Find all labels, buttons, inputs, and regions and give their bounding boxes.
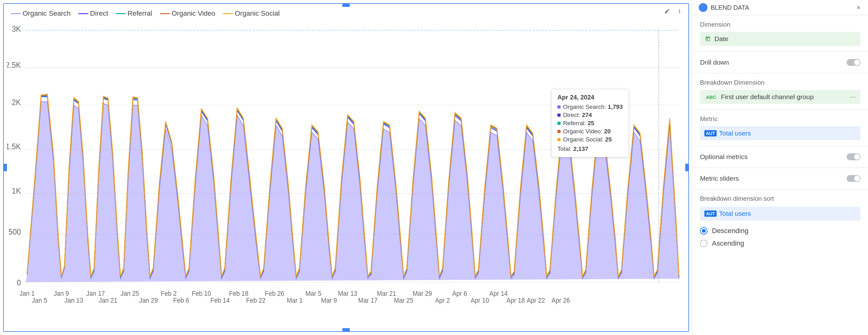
abc-badge: ABC — [704, 94, 718, 100]
legend-item-direct[interactable]: Direct — [78, 9, 108, 18]
blend-chip[interactable]: BLEND DATA — [699, 3, 855, 12]
breakdown-sort-label: Breakdown dimension sort — [700, 195, 861, 202]
svg-text:Mar 1: Mar 1 — [287, 296, 303, 304]
resize-handle-right[interactable] — [685, 164, 688, 171]
svg-text:3K: 3K — [12, 24, 21, 33]
more-vert-icon[interactable] — [675, 6, 685, 16]
svg-text:Jan 9: Jan 9 — [54, 290, 69, 297]
chart-svg-area[interactable]: 3K 2.5K 2K 1.5K 1K 500 0 — [7, 20, 685, 316]
svg-text:Mar 13: Mar 13 — [338, 290, 358, 297]
svg-text:Apr 22: Apr 22 — [527, 296, 545, 304]
legend-item-organic-search[interactable]: Organic Search — [11, 9, 71, 18]
tooltip-row-organic-search: Organic Search: 1,793 — [557, 103, 623, 110]
ascending-radio-circle[interactable] — [700, 240, 708, 247]
sort-radio-group: Descending Ascending — [700, 226, 861, 249]
svg-text:Apr 26: Apr 26 — [552, 296, 570, 304]
svg-text:Jan 17: Jan 17 — [86, 290, 105, 297]
svg-text:Jan 29: Jan 29 — [139, 296, 158, 304]
drill-down-label: Drill down — [700, 59, 729, 66]
tooltip-label-organic-search: Organic Search: 1,793 — [563, 103, 623, 110]
legend-label-organic-search: Organic Search — [23, 9, 71, 18]
svg-text:500: 500 — [8, 227, 21, 236]
svg-text:Apr 6: Apr 6 — [452, 290, 467, 297]
metric-sliders-section: Metric sliders — [692, 168, 868, 190]
svg-text:Feb 18: Feb 18 — [229, 290, 248, 297]
dimension-value: Date — [714, 35, 728, 43]
drill-down-section: Drill down — [692, 52, 868, 73]
drill-down-toggle-row: Drill down — [700, 57, 861, 67]
legend-item-organic-social[interactable]: Organic Social — [223, 9, 280, 18]
breakdown-more-icon[interactable]: ⋯ — [850, 93, 856, 101]
optional-metrics-toggle-row: Optional metrics — [700, 152, 861, 162]
metric-label: Metric — [700, 115, 861, 123]
svg-text:Jan 25: Jan 25 — [121, 290, 139, 297]
svg-text:Feb 10: Feb 10 — [192, 290, 211, 297]
tooltip-total: Total: 2,137 — [557, 145, 623, 153]
legend-label-organic-video: Organic Video — [172, 9, 215, 18]
svg-text:Feb 22: Feb 22 — [246, 296, 266, 304]
metric-sliders-toggle[interactable] — [847, 175, 861, 182]
ascending-label: Ascending — [712, 239, 744, 247]
svg-text:Mar 25: Mar 25 — [394, 296, 413, 304]
breakdown-dimension-value: First user default channel group — [721, 93, 814, 101]
svg-text:Apr 10: Apr 10 — [471, 296, 489, 304]
blend-label: BLEND DATA — [711, 4, 749, 11]
blend-dot — [699, 3, 708, 12]
top-bar: BLEND DATA ✕ — [692, 0, 868, 15]
legend-line-referral — [116, 13, 126, 14]
svg-text:Jan 21: Jan 21 — [99, 296, 117, 304]
svg-text:0: 0 — [17, 278, 21, 287]
legend-label-referral: Referral — [127, 9, 152, 18]
svg-text:1.5K: 1.5K — [7, 142, 21, 151]
tooltip-label-organic-social: Organic Social: 25 — [563, 136, 612, 143]
svg-text:Mar 9: Mar 9 — [321, 296, 337, 304]
metric-value: Total users — [719, 130, 751, 137]
resize-handle-bottom[interactable] — [342, 328, 350, 331]
tooltip-dot-organic-search — [557, 105, 561, 108]
chart-tooltip: Apr 24, 2024 Organic Search: 1,793 Direc… — [552, 89, 629, 157]
sort-chip[interactable]: AUT Total users — [700, 207, 861, 221]
ascending-radio[interactable]: Ascending — [700, 239, 861, 247]
legend-item-organic-video[interactable]: Organic Video — [160, 9, 215, 18]
svg-text:Jan 1: Jan 1 — [20, 290, 35, 297]
tooltip-label-organic-video: Organic Video: 20 — [563, 128, 611, 135]
legend-line-organic-video — [160, 13, 170, 14]
edit-pencil-icon[interactable] — [662, 6, 672, 16]
metric-chip[interactable]: AUT Total users — [700, 126, 861, 140]
descending-radio-circle[interactable] — [700, 227, 708, 235]
svg-text:Mar 17: Mar 17 — [358, 296, 378, 304]
tooltip-label-referral: Referral: 25 — [563, 120, 594, 127]
breakdown-dimension-chip[interactable]: ABC First user default channel group ⋯ — [700, 90, 861, 104]
optional-metrics-section: Optional metrics — [692, 146, 868, 168]
svg-text:2K: 2K — [12, 98, 21, 107]
tooltip-dot-organic-video — [557, 130, 561, 133]
dimension-section: Dimension Date — [692, 15, 868, 52]
svg-text:Mar 29: Mar 29 — [413, 290, 432, 297]
legend-line-organic-social — [223, 13, 233, 14]
svg-text:2.5K: 2.5K — [7, 60, 21, 69]
resize-handle-top[interactable] — [342, 4, 350, 7]
descending-radio-inner — [702, 229, 706, 233]
svg-text:Jan 13: Jan 13 — [64, 296, 83, 304]
right-panel: BLEND DATA ✕ Dimension Date Drill down B… — [692, 0, 868, 335]
metric-section: Metric AUT Total users — [692, 110, 868, 146]
drill-down-toggle[interactable] — [847, 59, 861, 66]
legend-label-organic-social: Organic Social — [235, 9, 280, 18]
legend-label-direct: Direct — [90, 9, 108, 18]
legend-item-referral[interactable]: Referral — [116, 9, 152, 18]
dimension-chip[interactable]: Date — [700, 32, 861, 46]
breakdown-dimension-label: Breakdown Dimension — [700, 79, 861, 86]
chart-wrapper: Organic Search Direct Referral Organic V… — [3, 3, 689, 332]
optional-metrics-toggle[interactable] — [847, 154, 861, 160]
legend-line-direct — [78, 13, 88, 14]
metric-sliders-toggle-row: Metric sliders — [700, 173, 861, 183]
svg-text:Apr 2: Apr 2 — [435, 296, 450, 304]
descending-radio[interactable]: Descending — [700, 227, 861, 235]
tooltip-date: Apr 24, 2024 — [557, 94, 623, 101]
tooltip-row-referral: Referral: 25 — [557, 120, 623, 127]
breakdown-sort-section: Breakdown dimension sort AUT Total users… — [692, 190, 868, 252]
svg-text:Feb 26: Feb 26 — [265, 290, 284, 297]
resize-handle-left[interactable] — [4, 164, 7, 171]
svg-text:Mar 21: Mar 21 — [377, 290, 396, 297]
close-blend-button[interactable]: ✕ — [855, 4, 862, 11]
